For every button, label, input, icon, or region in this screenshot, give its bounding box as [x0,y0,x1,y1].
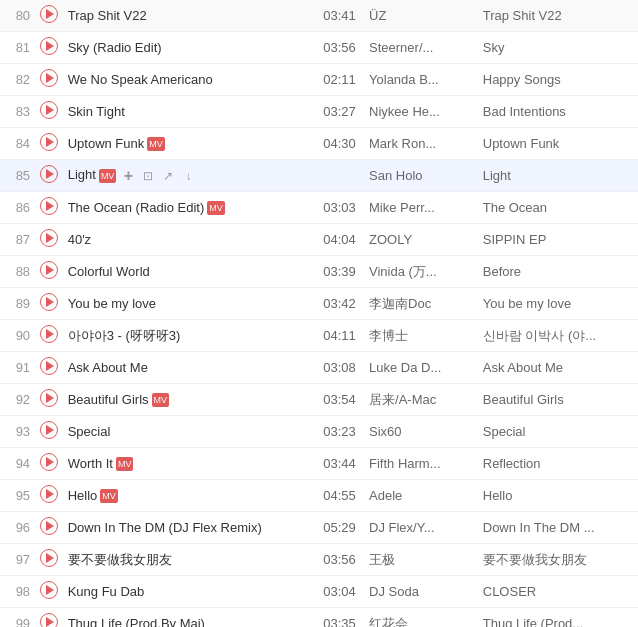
track-album[interactable]: Trap Shit V22 [479,0,638,32]
track-album[interactable]: SIPPIN EP [479,224,638,256]
track-album[interactable]: Thug Life (Prod... [479,608,638,628]
add-icon[interactable]: + [120,168,136,184]
track-artist[interactable]: DJ Flex/Y... [365,512,479,544]
track-title-text[interactable]: Hello [68,488,98,503]
play-button[interactable] [40,197,58,215]
play-button[interactable] [40,613,58,627]
track-album[interactable]: 신바람 이박사 (야... [479,320,638,352]
track-artist[interactable]: Mike Perr... [365,192,479,224]
track-artist[interactable]: 李博士 [365,320,479,352]
track-title-text[interactable]: Beautiful Girls [68,392,149,407]
track-number: 81 [0,32,34,64]
track-title-text[interactable]: Light [68,167,96,182]
mv-icon[interactable]: MV [116,457,134,471]
mv-icon[interactable]: MV [207,201,225,215]
track-album[interactable]: Beautiful Girls [479,384,638,416]
track-artist[interactable]: Fifth Harm... [365,448,479,480]
download-icon[interactable]: ↓ [180,168,196,184]
track-title-text[interactable]: 40'z [68,232,91,247]
track-album[interactable]: CLOSER [479,576,638,608]
play-button[interactable] [40,229,58,247]
track-title-text[interactable]: 要不要做我女朋友 [68,552,172,567]
track-title-text[interactable]: Skin Tight [68,104,125,119]
track-title-text[interactable]: 아야아3 - (呀呀呀3) [68,328,181,343]
track-artist[interactable]: San Holo [365,160,479,192]
track-number: 98 [0,576,34,608]
track-title-text[interactable]: Trap Shit V22 [68,8,147,23]
track-album[interactable]: Bad Intentions [479,96,638,128]
track-album[interactable]: Ask About Me [479,352,638,384]
track-artist[interactable]: Adele [365,480,479,512]
track-title-text[interactable]: Special [68,424,111,439]
play-button[interactable] [40,453,58,471]
track-album[interactable]: Hello [479,480,638,512]
play-button[interactable] [40,133,58,151]
track-title-text[interactable]: Thug Life (Prod.By Mai) [68,616,205,627]
mv-icon[interactable]: MV [147,137,165,151]
track-title-text[interactable]: Down In The DM (DJ Flex Remix) [68,520,262,535]
track-artist[interactable]: Niykee He... [365,96,479,128]
track-album[interactable]: Reflection [479,448,638,480]
play-button[interactable] [40,549,58,567]
play-button[interactable] [40,389,58,407]
mv-icon[interactable]: MV [152,393,170,407]
track-title: We No Speak Americano [64,64,314,96]
mv-icon[interactable]: MV [99,169,117,183]
track-album[interactable]: Down In The DM ... [479,512,638,544]
track-row: 89You be my love03:42李迦南DocYou be my lov… [0,288,638,320]
track-artist[interactable]: ÜZ [365,0,479,32]
track-album[interactable]: Light [479,160,638,192]
track-album[interactable]: 要不要做我女朋友 [479,544,638,576]
track-artist[interactable]: 王极 [365,544,479,576]
track-artist[interactable]: ZOOLY [365,224,479,256]
track-album[interactable]: Before [479,256,638,288]
track-title-text[interactable]: Colorful World [68,264,150,279]
track-title-text[interactable]: Worth It [68,456,113,471]
track-album[interactable]: Happy Songs [479,64,638,96]
play-button[interactable] [40,37,58,55]
track-title-text[interactable]: Kung Fu Dab [68,584,145,599]
play-button[interactable] [40,485,58,503]
play-button-cell [34,608,64,628]
track-title-text[interactable]: The Ocean (Radio Edit) [68,200,205,215]
track-title-text[interactable]: Sky (Radio Edit) [68,40,162,55]
track-artist[interactable]: Steerner/... [365,32,479,64]
mv-icon[interactable]: MV [100,489,118,503]
play-button[interactable] [40,5,58,23]
play-button[interactable] [40,293,58,311]
play-button[interactable] [40,421,58,439]
track-title-text[interactable]: You be my love [68,296,156,311]
track-artist[interactable]: Luke Da D... [365,352,479,384]
track-artist[interactable]: Yolanda B... [365,64,479,96]
track-title-text[interactable]: Uptown Funk [68,136,145,151]
track-album[interactable]: The Ocean [479,192,638,224]
track-album[interactable]: Sky [479,32,638,64]
track-artist[interactable]: Vinida (万... [365,256,479,288]
track-album[interactable]: You be my love [479,288,638,320]
play-button[interactable] [40,261,58,279]
track-artist[interactable]: 李迦南Doc [365,288,479,320]
track-row: 98Kung Fu Dab03:04DJ SodaCLOSER [0,576,638,608]
track-duration: 03:35 [314,608,365,628]
track-artist[interactable]: 居来/A-Mac [365,384,479,416]
track-row: 90아야아3 - (呀呀呀3)04:11李博士신바람 이박사 (야... [0,320,638,352]
play-button[interactable] [40,101,58,119]
play-button[interactable] [40,357,58,375]
track-artist[interactable]: 红花会 [365,608,479,628]
play-button[interactable] [40,517,58,535]
collect-icon[interactable]: ⊡ [140,168,156,184]
track-album[interactable]: Uptown Funk [479,128,638,160]
play-button[interactable] [40,325,58,343]
play-button[interactable] [40,165,58,183]
track-title-text[interactable]: We No Speak Americano [68,72,213,87]
track-artist[interactable]: Mark Ron... [365,128,479,160]
play-button[interactable] [40,69,58,87]
track-artist[interactable]: Six60 [365,416,479,448]
play-button-cell [34,416,64,448]
play-button[interactable] [40,581,58,599]
track-album[interactable]: Special [479,416,638,448]
track-title-text[interactable]: Ask About Me [68,360,148,375]
track-artist[interactable]: DJ Soda [365,576,479,608]
share-icon[interactable]: ↗ [160,168,176,184]
track-row: 83Skin Tight03:27Niykee He...Bad Intenti… [0,96,638,128]
